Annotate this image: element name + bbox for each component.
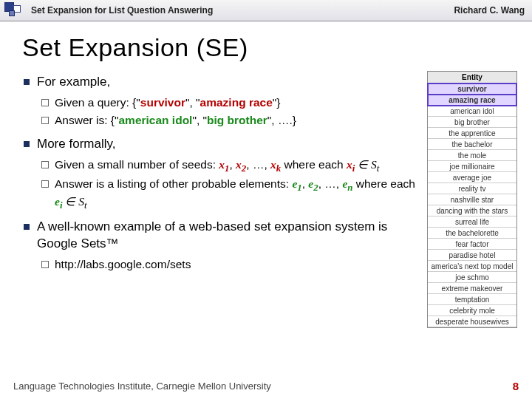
logo-squares-icon (0, 0, 27, 21)
entity-row: joe schmo (428, 272, 516, 283)
slide-body: Set Expansion (SE) For example, Given a … (0, 21, 532, 399)
bullet-more-formally: More formally, Given a small number of s… (22, 136, 423, 212)
entity-table-header: Entity (428, 72, 516, 83)
slide-title: Set Expansion (SE) (22, 33, 517, 62)
entity-row: extreme makeover (428, 283, 516, 294)
entity-row: surreal life (428, 216, 516, 228)
bullet-for-example: For example, Given a query: {"survivor",… (22, 74, 423, 129)
header-title: Set Expansion for List Question Answerin… (31, 5, 454, 16)
entity-row: the mole (428, 150, 516, 161)
subbullet-url: http://labs.google.com/sets (41, 257, 423, 273)
bullet-google-sets: A well-known example of a web-based set … (22, 219, 423, 273)
entity-row: paradise hotel (428, 250, 516, 261)
entity-row: temptation (428, 294, 516, 305)
bullet-text: A well-known example of a web-based set … (37, 219, 387, 250)
entity-row: fear factor (428, 239, 516, 250)
entity-row: america's next top model (428, 261, 516, 272)
subbullet-answer-is: Answer is: {"american idol", "big brothe… (41, 113, 423, 129)
entity-row: the bachelor (428, 139, 516, 150)
bullet-text: For example, (37, 75, 110, 89)
entity-row: amazing race (428, 95, 516, 106)
entity-row: dancing with the stars (428, 205, 516, 216)
entity-row: reality tv (428, 183, 516, 194)
entity-row: the apprentice (428, 128, 516, 139)
entity-row: survivor (428, 83, 516, 95)
subbullet-given-query: Given a query: {"survivor", "amazing rac… (41, 95, 423, 111)
entity-row: nashville star (428, 194, 516, 205)
entity-row: the bachelorette (428, 228, 516, 239)
bullet-area: For example, Given a query: {"survivor",… (22, 71, 423, 328)
page-number: 8 (513, 380, 519, 392)
entity-table: Entity survivoramazing raceamerican idol… (427, 71, 517, 328)
header-bar: Set Expansion for List Question Answerin… (0, 0, 532, 21)
entity-row: american idol (428, 106, 516, 117)
subbullet-given-seeds: Given a small number of seeds: x1, x2, …… (41, 157, 423, 175)
footer: Language Technologies Institute, Carnegi… (13, 380, 519, 392)
entity-row: average joe (428, 172, 516, 183)
footer-institution: Language Technologies Institute, Carnegi… (13, 381, 271, 392)
subbullet-answer-listing: Answer is a listing of other probable el… (41, 177, 423, 211)
bullet-text: More formally, (37, 137, 115, 151)
entity-row: desperate housewives (428, 316, 516, 327)
entity-row: joe millionaire (428, 161, 516, 172)
entity-row: celebrity mole (428, 305, 516, 316)
header-author: Richard C. Wang (454, 5, 532, 16)
entity-row: big brother (428, 117, 516, 128)
